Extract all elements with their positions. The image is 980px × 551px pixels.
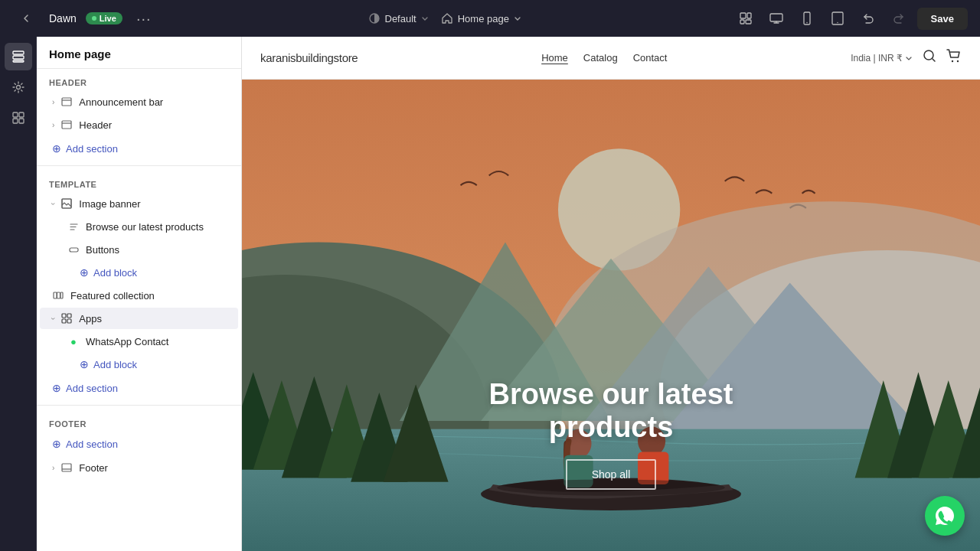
browse-products-item[interactable]: Browse our latest products	[40, 216, 238, 237]
add-section-footer-btn[interactable]: ⊕ Add section	[40, 432, 238, 455]
nav-catalog[interactable]: Catalog	[583, 52, 618, 64]
svg-rect-3	[740, 20, 744, 24]
featured-collection-label: Featured collection	[70, 290, 155, 302]
site-name: Dawn	[49, 12, 77, 24]
whatsapp-fab[interactable]	[925, 496, 965, 536]
plus-icon-block-apps: ⊕	[80, 358, 89, 370]
apps-icon	[11, 111, 25, 125]
plus-icon-block-template: ⊕	[80, 266, 89, 279]
theme-selector[interactable]: Default	[368, 12, 429, 24]
settings-button[interactable]	[5, 73, 32, 101]
svg-rect-11	[13, 56, 24, 59]
svg-point-7	[806, 22, 807, 23]
announcement-bar-item[interactable]: › Announcement bar	[40, 91, 238, 112]
header-item[interactable]: › Header	[40, 114, 238, 135]
main-content: Home page Header › Announcement bar › He…	[0, 37, 980, 551]
chevron-right-icon-footer: ›	[52, 464, 54, 472]
svg-rect-15	[19, 112, 24, 117]
add-block-template-btn[interactable]: ⊕ Add block	[40, 262, 238, 283]
apps-item[interactable]: › Apps	[40, 308, 238, 329]
template-group-label: Template	[37, 171, 241, 192]
plus-icon-header: ⊕	[52, 142, 61, 155]
tablet-view-button[interactable]	[825, 6, 850, 31]
sections-icon	[11, 50, 25, 64]
image-banner-item[interactable]: › Image banner	[40, 193, 238, 214]
plus-icon-template: ⊕	[52, 382, 61, 394]
add-section-footer-label: Add section	[66, 439, 118, 450]
svg-rect-31	[67, 319, 71, 323]
live-badge: Live	[86, 12, 122, 24]
search-icon	[922, 48, 937, 64]
svg-rect-16	[13, 119, 18, 123]
shop-all-button[interactable]: Shop all	[566, 459, 657, 490]
store-nav-right: India | INR ₹	[851, 48, 962, 67]
apps-label: Apps	[79, 313, 102, 324]
text-block-icon	[67, 220, 80, 233]
save-button[interactable]: Save	[917, 8, 968, 30]
svg-rect-1	[740, 13, 746, 18]
svg-rect-30	[62, 319, 66, 323]
svg-rect-18	[62, 98, 71, 106]
svg-rect-27	[60, 292, 63, 298]
svg-rect-12	[13, 60, 24, 62]
whatsapp-fab-icon	[934, 505, 956, 527]
footer-label: Footer	[79, 462, 108, 474]
add-block-apps-label: Add block	[93, 359, 137, 370]
layout-section-icon	[60, 96, 73, 108]
header-label: Header	[79, 119, 112, 131]
back-button[interactable]	[12, 5, 40, 32]
nav-home[interactable]: Home	[541, 52, 568, 64]
svg-rect-25	[54, 292, 57, 298]
sections-panel-toggle[interactable]	[5, 43, 32, 70]
chevron-right-icon: ›	[52, 98, 54, 106]
svg-rect-5	[770, 14, 782, 21]
footer-item[interactable]: › Footer	[40, 457, 238, 478]
desktop-view-button[interactable]	[764, 6, 789, 31]
cart-button[interactable]	[946, 48, 962, 67]
svg-rect-32	[62, 464, 71, 471]
chevron-down-icon-banner: ›	[49, 202, 57, 204]
svg-point-13	[16, 86, 20, 90]
redo-icon	[892, 11, 906, 25]
preview-area: karanisbuildingstore Home Catalog Contac…	[242, 37, 980, 551]
mobile-icon	[800, 11, 814, 25]
hero-title: Browse our latest products	[426, 378, 795, 444]
apps-button[interactable]	[5, 104, 32, 132]
topbar-left: Dawn Live ···	[12, 5, 156, 32]
whatsapp-icon: ●	[67, 335, 80, 347]
whatsapp-contact-item[interactable]: ● WhatsApp Contact	[40, 331, 238, 352]
more-options-button[interactable]: ···	[132, 6, 156, 31]
layout-icon-button[interactable]	[733, 6, 758, 31]
add-section-header-btn[interactable]: ⊕ Add section	[40, 137, 238, 160]
theme-select-label: Default	[385, 13, 416, 24]
svg-rect-17	[19, 119, 24, 123]
svg-rect-20	[62, 121, 71, 129]
chevron-down-icon	[421, 15, 429, 22]
svg-rect-14	[13, 112, 18, 117]
hero-section: Browse our latest products Shop all	[242, 80, 980, 551]
featured-collection-icon	[52, 289, 64, 302]
mobile-view-button[interactable]	[795, 6, 819, 31]
featured-collection-item[interactable]: Featured collection	[40, 285, 238, 306]
svg-rect-4	[746, 20, 751, 24]
undo-button[interactable]	[856, 6, 880, 31]
svg-point-34	[924, 51, 933, 60]
redo-button[interactable]	[887, 6, 911, 31]
divider-1	[37, 165, 241, 166]
chevron-down-icon-apps: ›	[49, 317, 57, 319]
svg-point-35	[952, 60, 953, 62]
svg-rect-29	[67, 314, 71, 318]
svg-rect-10	[13, 51, 24, 54]
apps-section-icon	[60, 312, 73, 324]
add-block-apps-btn[interactable]: ⊕ Add block	[40, 354, 238, 375]
page-selector[interactable]: Home page	[441, 12, 521, 24]
search-button[interactable]	[922, 48, 937, 67]
header-section-icon	[60, 119, 73, 131]
page-select-label: Home page	[458, 13, 509, 24]
buttons-item[interactable]: Buttons	[40, 239, 238, 260]
store-logo: karanisbuildingstore	[260, 51, 358, 64]
desktop-icon	[769, 11, 783, 25]
store-nav: karanisbuildingstore Home Catalog Contac…	[242, 37, 980, 80]
nav-contact[interactable]: Contact	[633, 52, 668, 64]
add-section-template-btn[interactable]: ⊕ Add section	[40, 377, 238, 399]
